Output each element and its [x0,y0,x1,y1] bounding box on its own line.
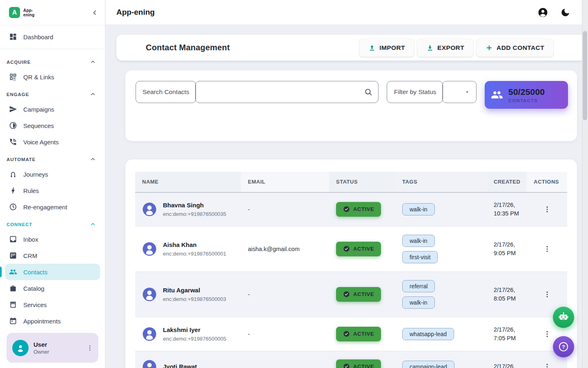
created-date: 2/17/26,9:05 PM [494,240,527,258]
button-label: ADD CONTACT [497,44,544,52]
sidebar-item-qr-links[interactable]: QR & Links [5,69,100,85]
contact-email: - [248,331,250,337]
upload-icon [368,44,376,52]
add-contact-button[interactable]: ADD CONTACT [477,39,553,57]
row-actions-button[interactable] [543,330,551,338]
sidebar-item-services[interactable]: Services [5,296,100,313]
contact-name-wrap: Bhavna Singhenc:demo:+919876500035 [142,202,241,217]
row-actions-button[interactable] [543,205,551,213]
contact-texts: Ritu Agarwalenc:demo:+919876500003 [163,287,226,302]
sidebar-nav: Dashboard ACQUIREQR & LinksENGAGECampaig… [0,25,105,328]
sidebar-item-catalog[interactable]: Catalog [5,280,100,296]
status-cell: ACTIVE [329,226,395,272]
contact-phone: enc:demo:+919876500005 [163,336,226,342]
created-cell: 2/17/26,10:35 PM [487,192,527,226]
contact-name-wrap: Jyoti Rawat [142,359,241,368]
user-avatar [12,340,29,356]
sidebar-item-campaigns[interactable]: Campaigns [5,101,100,117]
sidebar-item-label: QR & Links [23,74,54,81]
sidebar-item-appointments[interactable]: Appointments [5,313,100,328]
page-title: Contact Management [146,43,230,52]
row-actions-button[interactable] [543,290,551,298]
row-actions-button[interactable] [543,245,551,253]
name-cell: Aisha Khanenc:demo:+919876500001 [135,226,241,272]
status-cell: ACTIVE [329,351,395,368]
email-cell: - [241,192,329,226]
search-icon[interactable] [364,88,372,96]
status-badge: ACTIVE [336,242,381,256]
table-head: NAMEEMAILSTATUSTAGSCREATEDACTIONS [135,172,567,192]
tags-stack: walk-infirst-visit [402,235,487,263]
help-icon: ? [558,341,569,352]
tags-stack: campaign-lead [402,361,487,368]
sidebar-collapse-button[interactable] [91,9,98,16]
user-meta: User Owner [33,341,49,355]
filter-label-segment: Filter by Status [387,81,443,103]
sidebar-item-label: Appointments [23,318,61,325]
app-logo-icon: A [9,7,20,18]
route-icon [9,170,17,178]
export-button[interactable]: EXPORT [417,39,473,57]
tags-stack: walk-in [402,203,487,215]
section-header-automate[interactable]: AUTOMATE [5,150,100,166]
search-main-segment [195,81,379,103]
search-input[interactable]: Search Contacts [136,81,379,103]
name-cell: Jyoti Rawat [135,351,241,368]
section-header-engage[interactable]: ENGAGE [5,85,100,101]
import-button[interactable]: IMPORT [359,39,414,57]
sidebar-item-crm[interactable]: CRM [5,247,100,264]
name-cell: Ritu Agarwalenc:demo:+919876500003 [135,272,241,317]
sidebar-item-label: Contacts [23,269,47,276]
chatbot-fab-button[interactable] [553,307,574,328]
sidebar-footer: User Owner [0,328,105,368]
sidebar-item-inbox[interactable]: Inbox [5,231,100,247]
sidebar-item-label: Services [23,301,47,308]
created-cell: 2/17/26, [487,351,527,368]
table-row: Jyoti RawatACTIVEcampaign-lead2/17/26, [135,351,567,368]
robot-icon [558,312,569,323]
row-actions-button[interactable] [543,363,551,368]
sidebar-item-contacts[interactable]: Contacts [5,264,100,280]
kanban-icon [9,251,17,260]
column-header-tags: TAGS [395,172,487,192]
table-row: Aisha Khanenc:demo:+919876500001aisha.k@… [135,226,567,272]
check-circle-icon [343,206,350,213]
sidebar-item-label: Voice Agents [23,139,59,146]
name-cell: Bhavna Singhenc:demo:+919876500035 [135,192,241,226]
contact-name-wrap: Aisha Khanenc:demo:+919876500001 [142,241,241,257]
people-group-icon [491,89,503,101]
actions-cell [527,192,567,226]
tag-pill: walk-in [402,203,435,215]
chevron-up-icon [90,91,96,97]
section-label: CONNECT [7,222,32,227]
sidebar-item-re-engagement[interactable]: Re-engagement [5,199,100,215]
sidebar-item-voice-agents[interactable]: Voice Agents [5,134,100,150]
contact-avatar-icon [142,202,157,217]
contact-email: aisha.k@gmail.com [248,246,300,252]
user-menu-button[interactable] [86,344,94,352]
user-name: User [33,341,49,348]
contact-texts: Aisha Khanenc:demo:+919876500001 [163,241,226,257]
section-header-connect[interactable]: CONNECT [5,215,100,231]
sidebar-item-journeys[interactable]: Journeys [5,166,100,182]
scrollbar-thumb[interactable] [583,31,587,120]
sidebar-item-label: CRM [23,252,37,259]
sidebar-item-sequences[interactable]: Sequences [5,117,100,134]
column-header-status: STATUS [329,172,395,192]
sidebar-item-dashboard[interactable]: Dashboard [5,29,100,45]
help-fab-button[interactable]: ? [553,336,574,357]
account-icon[interactable] [538,7,548,18]
section-label: AUTOMATE [7,157,36,162]
status-label: ACTIVE [353,364,374,368]
status-filter-select[interactable]: Filter by Status [387,81,477,103]
tag-pill: whatsapp-lead [402,328,454,340]
contact-name: Aisha Khan [163,241,226,248]
dark-mode-icon[interactable] [560,7,570,18]
status-badge: ACTIVE [336,202,381,217]
sidebar-item-rules[interactable]: Rules [5,182,100,199]
sidebar-divider [0,49,105,49]
sequence-icon [9,121,17,130]
send-icon [9,105,17,113]
main-area: App-ening Contact Management IMPORTEXPOR… [106,0,582,368]
section-header-acquire[interactable]: ACQUIRE [5,53,100,69]
